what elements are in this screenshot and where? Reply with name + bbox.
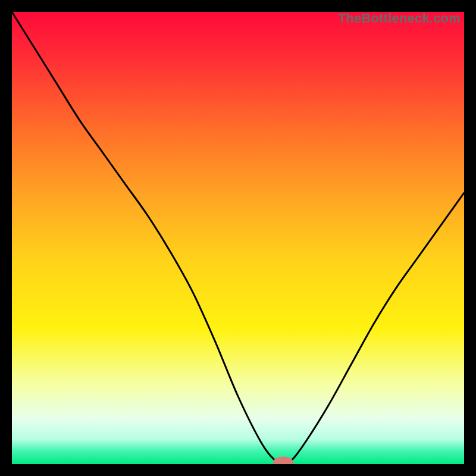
bottleneck-chart bbox=[12, 12, 464, 464]
chart-frame: TheBottleneck.com bbox=[12, 12, 464, 464]
watermark-label: TheBottleneck.com bbox=[338, 11, 461, 26]
